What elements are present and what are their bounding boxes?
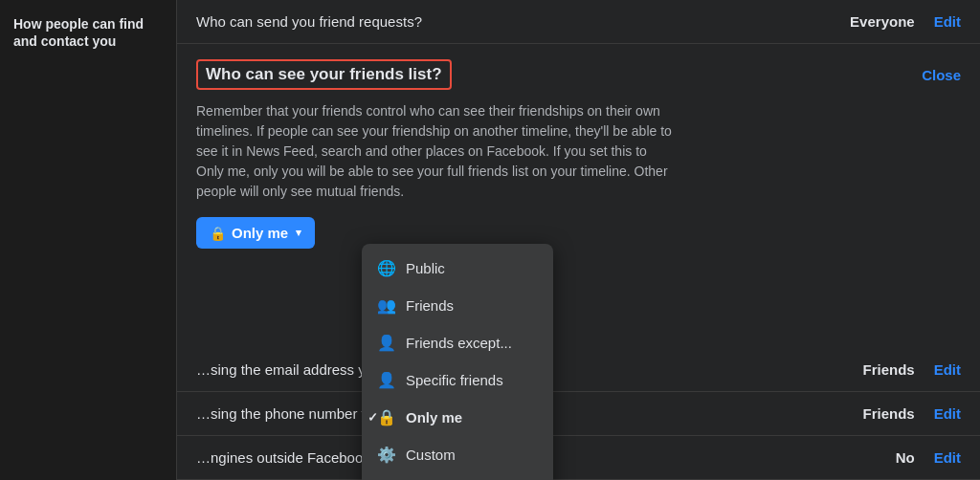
- sidebar: How people can find and contact you: [0, 0, 177, 480]
- email-value: Friends: [838, 361, 915, 378]
- menu-item-label: Public: [406, 260, 445, 276]
- dropdown-menu: 🌐 Public 👥 Friends 👤 Friends except... 👤…: [362, 244, 553, 480]
- phone-edit[interactable]: Edit: [934, 405, 961, 422]
- friend-requests-edit[interactable]: Edit: [934, 13, 961, 30]
- phone-value: Friends: [838, 405, 915, 422]
- lower-rows: …sing the email address you provided? Fr…: [177, 348, 980, 480]
- main-content: Who can send you friend requests? Everyo…: [177, 0, 980, 480]
- menu-item-custom[interactable]: ⚙️ Custom: [362, 436, 553, 473]
- friend-requests-value: Everyone: [838, 13, 915, 30]
- globe-icon: 🌐: [377, 259, 396, 277]
- expanded-description: Remember that your friends control who c…: [196, 101, 675, 202]
- expanded-section: Who can see your friends list? Close Rem…: [177, 44, 980, 264]
- menu-item-label: Specific friends: [406, 372, 503, 388]
- email-row: …sing the email address you provided? Fr…: [177, 348, 980, 392]
- friend-requests-row: Who can send you friend requests? Everyo…: [177, 0, 980, 44]
- gear-icon: ⚙️: [377, 446, 396, 464]
- menu-item-specific-friends[interactable]: 👤 Specific friends: [362, 361, 553, 399]
- email-edit[interactable]: Edit: [934, 361, 961, 378]
- close-button[interactable]: Close: [922, 67, 961, 83]
- expanded-title: Who can see your friends list?: [196, 59, 452, 90]
- menu-item-see-all[interactable]: ▼ See All: [362, 473, 553, 480]
- menu-item-friends-except[interactable]: 👤 Friends except...: [362, 324, 553, 361]
- friends-icon: 👥: [377, 296, 396, 315]
- menu-item-only-me[interactable]: ✓ 🔒 Only me: [362, 399, 553, 436]
- outside-value: No: [838, 449, 915, 466]
- friends-except-icon: 👤: [377, 334, 396, 352]
- menu-item-public[interactable]: 🌐 Public: [362, 250, 553, 287]
- visibility-dropdown-button[interactable]: 🔒 Only me ▾: [196, 217, 315, 249]
- sidebar-title: How people can find and contact you: [13, 15, 163, 50]
- menu-item-label: Friends except...: [406, 335, 512, 351]
- page-layout: How people can find and contact you Who …: [0, 0, 980, 480]
- dropdown-label: Only me: [232, 225, 288, 241]
- friend-requests-question: Who can send you friend requests?: [196, 13, 838, 30]
- outside-edit[interactable]: Edit: [934, 449, 961, 466]
- outside-row: …ngines outside Facebook to link to your…: [177, 436, 980, 480]
- lock-only-me-icon: 🔒: [377, 408, 396, 426]
- menu-item-label: Friends: [406, 297, 454, 314]
- expanded-header: Who can see your friends list? Close: [196, 59, 961, 90]
- chevron-down-icon: ▾: [296, 227, 301, 239]
- phone-row: …sing the phone number you provided? Fri…: [177, 392, 980, 436]
- check-icon: ✓: [368, 410, 378, 425]
- specific-friends-icon: 👤: [377, 371, 396, 389]
- lock-icon: 🔒: [210, 226, 226, 241]
- menu-item-label: Only me: [406, 409, 462, 425]
- menu-item-friends[interactable]: 👥 Friends: [362, 287, 553, 324]
- menu-item-label: Custom: [406, 447, 456, 463]
